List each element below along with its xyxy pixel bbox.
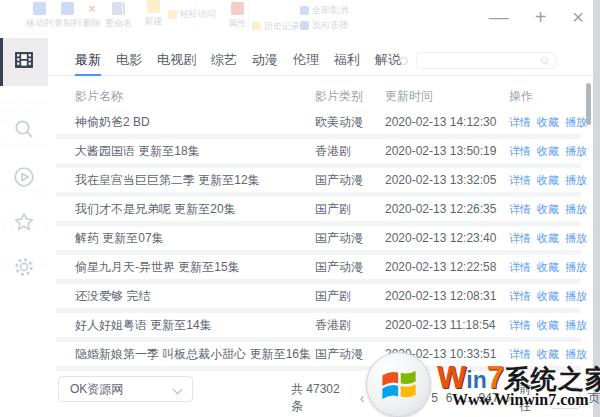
table-row[interactable]: 好人好姐粤语 更新至14集 香港剧 2020-02-13 11:18:54 详情… <box>56 313 581 337</box>
video-category: 国产剧 <box>315 288 385 305</box>
header-updated-time: 更新时间 <box>385 88 509 105</box>
video-title: 我们才不是兄弟呢 更新至20集 <box>56 201 315 218</box>
tab-welfare[interactable]: 福利 <box>334 46 360 74</box>
detail-link[interactable]: 详情 <box>509 144 531 159</box>
video-updated: 2020-02-13 11:18:54 <box>385 318 509 332</box>
star-icon <box>13 211 35 237</box>
rename-icon <box>112 2 125 15</box>
easy-access-icon <box>168 10 177 19</box>
play-link[interactable]: 播放 <box>565 202 587 217</box>
video-table: 神偷奶爸2 BD 欧美动漫 2020-02-13 14:12:30 详情收藏播放… <box>56 110 581 371</box>
detail-link[interactable]: 详情 <box>509 173 531 188</box>
tab-variety[interactable]: 综艺 <box>211 46 237 74</box>
video-updated: 2020-02-13 12:26:35 <box>385 202 509 216</box>
table-row[interactable]: 我在皇宫当巨巨第二季 更新至12集 国产动漫 2020-02-13 13:32:… <box>56 168 581 192</box>
favorite-link[interactable]: 收藏 <box>537 115 559 130</box>
detail-link[interactable]: 详情 <box>509 318 531 333</box>
video-updated: 2020-02-13 14:12:30 <box>385 115 509 129</box>
table-row[interactable]: 大酱园国语 更新至18集 香港剧 2020-02-13 13:50:19 详情收… <box>56 139 581 163</box>
tab-latest[interactable]: 最新 <box>75 46 101 76</box>
play-link[interactable]: 播放 <box>565 260 587 275</box>
detail-link[interactable]: 详情 <box>509 260 531 275</box>
maximize-button[interactable]: + <box>535 4 547 30</box>
video-title: 还没爱够 完结 <box>56 288 315 305</box>
video-updated: 2020-02-13 12:08:31 <box>385 289 509 303</box>
favorite-link[interactable]: 收藏 <box>537 260 559 275</box>
header-video-name: 影片名称 <box>56 88 315 105</box>
play-link[interactable]: 播放 <box>565 289 587 304</box>
main-panel: 最新 电影 电视剧 综艺 动漫 伦理 福利 解说 影片名称 影片类别 更新时间 … <box>48 30 593 417</box>
play-link[interactable]: 播放 <box>565 231 587 246</box>
properties-icon <box>231 2 244 15</box>
tab-anime[interactable]: 动漫 <box>252 46 278 74</box>
video-category: 香港剧 <box>315 317 385 334</box>
video-category: 国产动漫 <box>315 259 385 276</box>
scrollbar[interactable] <box>586 83 591 125</box>
chevron-down-icon <box>173 385 183 395</box>
ghost-search-input <box>416 52 556 69</box>
tab-movies[interactable]: 电影 <box>116 46 142 74</box>
chevron-down-icon <box>385 55 393 63</box>
desktop-edge <box>593 0 600 417</box>
new-folder-icon <box>147 0 160 13</box>
sidebar-item-settings[interactable] <box>0 257 48 281</box>
play-link[interactable]: 播放 <box>565 318 587 333</box>
active-indicator <box>0 38 3 86</box>
favorite-link[interactable]: 收藏 <box>537 289 559 304</box>
invert-selection-icon <box>300 21 309 30</box>
sidebar-item-player[interactable] <box>0 167 48 191</box>
window-controls: — + × <box>489 4 584 30</box>
sidebar-item-search[interactable] <box>0 119 48 143</box>
video-title: 好人好姐粤语 更新至14集 <box>56 317 315 334</box>
play-link[interactable]: 播放 <box>565 144 587 159</box>
tab-ethics[interactable]: 伦理 <box>293 46 319 74</box>
favorite-link[interactable]: 收藏 <box>537 318 559 333</box>
favorite-link[interactable]: 收藏 <box>537 144 559 159</box>
sidebar-item-videos[interactable] <box>0 38 48 86</box>
video-title: 隐婚新娘第一季 叫板总裁小甜心 更新至16集 <box>56 346 315 363</box>
favorite-link[interactable]: 收藏 <box>537 231 559 246</box>
watermark-site: Www.Winwin7.com <box>452 391 589 409</box>
detail-link[interactable]: 详情 <box>509 202 531 217</box>
prev-page-button[interactable]: ‹ <box>360 390 365 406</box>
move-to-icon <box>33 2 46 15</box>
header-video-category: 影片类别 <box>315 88 385 105</box>
gear-icon <box>13 256 35 282</box>
detail-link[interactable]: 详情 <box>509 115 531 130</box>
sidebar-item-favorites[interactable] <box>0 212 48 236</box>
play-circle-icon <box>13 166 35 192</box>
table-row[interactable]: 偷星九月天-异世界 更新至15集 国产动漫 2020-02-13 12:22:5… <box>56 255 581 279</box>
table-row[interactable]: 还没爱够 完结 国产剧 2020-02-13 12:08:31 详情收藏播放 <box>56 284 581 308</box>
video-updated: 2020-02-13 13:50:19 <box>385 144 509 158</box>
detail-link[interactable]: 详情 <box>509 289 531 304</box>
video-title: 解药 更新至07集 <box>56 230 315 247</box>
table-row[interactable]: 解药 更新至07集 国产动漫 2020-02-13 12:23:40 详情收藏播… <box>56 226 581 250</box>
minimize-button[interactable]: — <box>489 4 509 30</box>
source-select[interactable]: OK资源网 <box>58 376 193 402</box>
ghost-copy-to: 复制到 <box>54 2 81 30</box>
tab-tv-series[interactable]: 电视剧 <box>157 46 196 74</box>
play-link[interactable]: 播放 <box>565 173 587 188</box>
search-icon <box>540 56 550 66</box>
favorite-link[interactable]: 收藏 <box>537 202 559 217</box>
video-title: 大酱园国语 更新至18集 <box>56 143 315 160</box>
film-icon <box>12 48 36 76</box>
video-updated: 2020-02-13 12:22:58 <box>385 260 509 274</box>
table-row[interactable]: 我们才不是兄弟呢 更新至20集 国产剧 2020-02-13 12:26:35 … <box>56 197 581 221</box>
copy-to-icon <box>61 2 74 15</box>
ghost-move-to: 移动到 <box>26 2 53 30</box>
select-none-icon <box>300 6 309 15</box>
table-row[interactable]: 神偷奶爸2 BD 欧美动漫 2020-02-13 14:12:30 详情收藏播放 <box>56 110 581 134</box>
detail-link[interactable]: 详情 <box>509 231 531 246</box>
video-updated: 2020-02-13 12:23:40 <box>385 231 509 245</box>
video-category: 国产动漫 <box>315 230 385 247</box>
ghost-address-bar <box>386 52 556 69</box>
close-button[interactable]: × <box>572 4 584 30</box>
video-updated: 2020-02-13 13:32:05 <box>385 173 509 187</box>
header-actions: 操作 <box>509 88 581 105</box>
play-link[interactable]: 播放 <box>565 115 587 130</box>
favorite-link[interactable]: 收藏 <box>537 173 559 188</box>
ghost-select-none: 全部取消 <box>300 4 348 17</box>
video-title: 我在皇宫当巨巨第二季 更新至12集 <box>56 172 315 189</box>
table-header: 影片名称 影片类别 更新时间 操作 <box>56 82 581 110</box>
